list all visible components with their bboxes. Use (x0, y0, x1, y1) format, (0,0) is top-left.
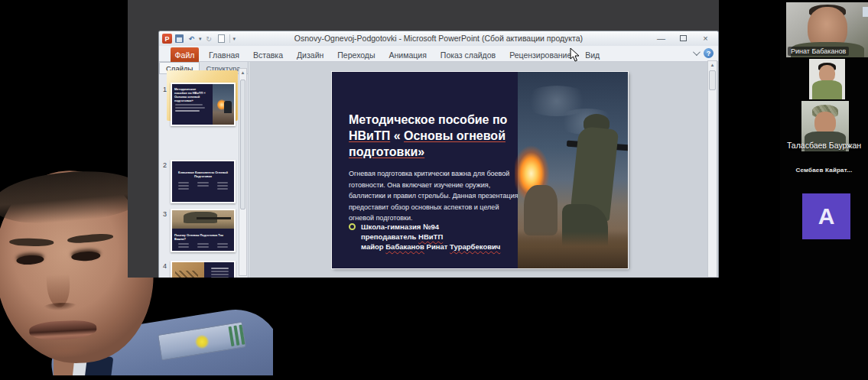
window-controls: — × (650, 31, 717, 44)
meeting-screen: P ↶ ▾ ↻ ▾ Osnovy-Ognevoj-Podgotovki - Mi… (0, 0, 868, 380)
slide-photo-soldiers (518, 72, 628, 268)
tab-insert[interactable]: Вставка (246, 47, 290, 62)
slide-body-text[interactable]: Огневая подготовка критически важна для … (349, 168, 520, 224)
participants-sidebar: Ринат Бабаканов Таласбаев Бауржан Сембае… (780, 0, 868, 380)
slide-editor-area: Методическое пособие по НВиТП « Основы о… (249, 62, 718, 278)
tab-home[interactable]: Главная (202, 47, 246, 62)
participant-name-label: Таласбаев Бауржан (780, 141, 868, 150)
tab-slideshow[interactable]: Показ слайдов (434, 47, 502, 62)
maximize-button[interactable] (672, 31, 694, 44)
editor-scrollbar-thumb[interactable] (709, 70, 716, 90)
help-icon[interactable]: ? (704, 48, 714, 58)
slide-thumbnail-3[interactable]: Почему Огневая Подготовка Так Важна? (171, 209, 236, 252)
scroll-up-icon[interactable]: ▲ (708, 61, 717, 70)
participant-avatar-tile[interactable]: A (802, 193, 850, 239)
participant-name-label: Ринат Бабаканов (788, 47, 849, 56)
kneeling-soldier (524, 185, 558, 235)
epaulette-star (194, 334, 210, 350)
slide-title-text[interactable]: Методическое пособие по НВиТП « Основы о… (349, 112, 523, 160)
tab-transitions[interactable]: Переходы (330, 47, 382, 62)
minimize-button[interactable]: — (650, 31, 672, 44)
tab-file[interactable]: Файл (171, 47, 199, 62)
slide-bullet-item[interactable]: Школа-гимназия №94 преподаватель НВиТП м… (349, 222, 525, 252)
bullet-icon (349, 223, 356, 230)
slide-thumbnail-2[interactable]: Ключевые Компоненты Огневой Подготовки (171, 160, 236, 203)
tab-design[interactable]: Дизайн (290, 47, 330, 62)
slide-thumbnail-1[interactable]: Методическое пособие по НВиТП « Основы о… (171, 83, 236, 126)
avatar-initial: A (818, 203, 835, 229)
participant-video-1[interactable]: Ринат Бабаканов (786, 2, 868, 57)
current-slide-canvas[interactable]: Методическое пособие по НВиТП « Основы о… (332, 72, 628, 268)
title-bar[interactable]: P ↶ ▾ ↻ ▾ Osnovy-Ognevoj-Podgotovki - Mi… (159, 31, 718, 46)
panel-scrollbar-thumb[interactable] (240, 80, 245, 209)
window-title: Osnovy-Ognevoj-Podgotovki - Microsoft Po… (159, 34, 718, 43)
slide-thumbnail-4[interactable] (171, 261, 236, 278)
ribbon-tab-bar: Файл Главная Вставка Дизайн Переходы Ани… (159, 46, 718, 62)
tab-view[interactable]: Вид (578, 47, 606, 62)
powerpoint-window: P ↶ ▾ ↻ ▾ Osnovy-Ognevoj-Podgotovki - Mi… (158, 31, 719, 278)
collapse-ribbon-icon[interactable] (693, 48, 701, 56)
participant-name-label: Сембаев Кайрат... (780, 167, 868, 174)
editor-scrollbar[interactable]: ▲ (707, 60, 717, 278)
tab-review[interactable]: Рецензирование (502, 47, 578, 62)
tab-animations[interactable]: Анимация (382, 47, 434, 62)
slides-panel: Слайды Структура × 1 Методическое пособи… (159, 62, 249, 278)
scroll-up-icon[interactable]: ▲ (239, 69, 246, 77)
close-button[interactable]: × (694, 31, 717, 44)
panel-scrollbar[interactable]: ▲ (239, 68, 247, 276)
participant-video-2[interactable] (809, 59, 845, 99)
mouse-cursor (570, 47, 580, 62)
